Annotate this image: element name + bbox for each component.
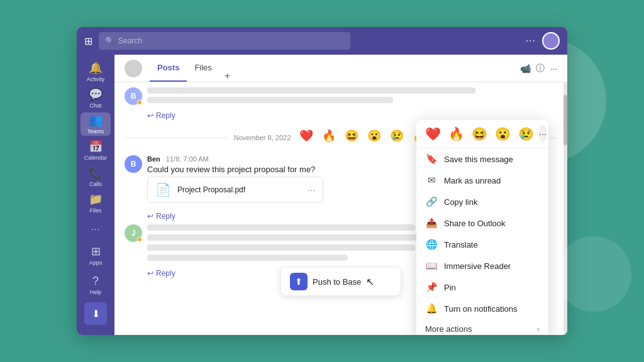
date-text: November 8, 2022 [234, 134, 291, 141]
chat-icon: 💬 [89, 87, 103, 101]
ctx-mark-unread-label: Mark as unread [444, 176, 501, 185]
scroll-thumb [564, 95, 567, 145]
avatar-j: J [125, 224, 142, 242]
skeleton-line [147, 87, 475, 94]
top-bar-right: ··· [526, 32, 560, 50]
push-to-base-tooltip[interactable]: ⬆ Push to Base ↖ [281, 268, 401, 295]
cursor-icon: ↖ [366, 276, 374, 288]
search-bar[interactable]: 🔍 Search [99, 32, 350, 50]
push-icon: ⬆ [290, 273, 308, 290]
info-icon[interactable]: ⓘ [536, 63, 545, 74]
ctx-item-more-actions[interactable]: More actions › [416, 319, 548, 335]
msg-time: 11/8, 7:00 AM [166, 155, 209, 163]
calls-icon: 📞 [89, 166, 103, 180]
status-indicator-j [137, 237, 142, 242]
add-tab-button[interactable]: + [219, 70, 235, 82]
emoji-sad[interactable]: 😢 [387, 128, 406, 144]
ctx-emoji-fire[interactable]: 🔥 [446, 125, 467, 143]
reply-label: Reply [156, 111, 175, 120]
tab-bar: Posts Files + [150, 55, 235, 82]
sidebar-item-chat[interactable]: 💬 Chat [80, 86, 111, 110]
ctx-emoji-sad[interactable]: 😢 [516, 125, 536, 143]
ctx-item-notifications[interactable]: 🔔 Turn on notifications [416, 298, 548, 319]
skeleton-line-j4 [147, 255, 348, 261]
ctx-item-share-outlook[interactable]: 📤 Share to Outlook [416, 212, 548, 234]
help-icon: ? [92, 275, 99, 288]
message-row: B [125, 87, 557, 106]
sidebar-item-calls[interactable]: 📞 Calls [80, 165, 111, 189]
ctx-emoji-wow[interactable]: 😮 [492, 125, 513, 143]
emoji-laugh[interactable]: 😆 [342, 128, 361, 144]
tab-files[interactable]: Files [187, 55, 219, 82]
msg-content-1 [147, 87, 557, 106]
main-layout: 🔔 Activity 💬 Chat 👥 Teams 📅 Calendar 📞 C… [77, 55, 567, 335]
file-more-button[interactable]: ··· [308, 185, 315, 195]
sidebar-item-calendar[interactable]: 📅 Calendar [80, 138, 111, 162]
ctx-item-immersive[interactable]: 📖 Immersive Reader [416, 255, 548, 277]
download-button[interactable]: ⬇ [84, 302, 107, 325]
pdf-icon: 📄 [155, 182, 171, 197]
search-placeholder: Search [118, 36, 142, 45]
reply-label-3: Reply [156, 269, 175, 278]
sidebar-item-calls-label: Calls [89, 181, 102, 187]
user-avatar[interactable] [542, 32, 560, 50]
file-attachment: 📄 Project Proposal.pdf ··· [147, 177, 323, 203]
sidebar-item-activity[interactable]: 🔔 Activity [80, 60, 111, 84]
ctx-pin-label: Pin [444, 283, 456, 292]
emoji-wow[interactable]: 😮 [365, 128, 384, 144]
sidebar-item-teams[interactable]: 👥 Teams [80, 112, 111, 136]
top-bar: ⊞ 🔍 Search ··· [77, 27, 567, 55]
ctx-more-emoji-button[interactable]: ··· [539, 125, 547, 143]
channel-more-icon[interactable]: ··· [550, 63, 557, 74]
status-indicator [137, 100, 142, 105]
app-window: ⊞ 🔍 Search ··· 🔔 Activity 💬 Chat 👥 Teams [77, 27, 567, 335]
push-arrow-icon: ⬆ [295, 277, 303, 287]
ctx-item-copy-link[interactable]: 🔗 Copy link [416, 191, 548, 212]
emoji-heart[interactable]: ❤️ [297, 128, 316, 144]
ctx-save-label: Save this message [444, 155, 513, 164]
translate-icon: 🌐 [425, 239, 438, 250]
ctx-emoji-heart[interactable]: ❤️ [423, 125, 443, 143]
ctx-more-actions-label: More actions [425, 324, 472, 334]
mark-unread-icon: ✉ [425, 175, 438, 186]
tab-posts[interactable]: Posts [150, 55, 187, 82]
immersive-icon: 📖 [425, 260, 438, 272]
channel-avatar [125, 60, 142, 77]
ctx-item-save[interactable]: 🔖 Save this message [416, 148, 548, 170]
save-icon: 🔖 [425, 153, 438, 165]
emoji-reaction-row: ❤️ 🔥 😆 😮 😢 ··· [416, 120, 548, 148]
sidebar-item-files[interactable]: 📁 Files [80, 191, 111, 215]
sidebar-item-more[interactable]: ··· [80, 217, 111, 241]
channel-header: Posts Files + 📹 ⓘ ··· [114, 55, 567, 82]
sidebar: 🔔 Activity 💬 Chat 👥 Teams 📅 Calendar 📞 C… [77, 55, 114, 335]
content-area: Posts Files + 📹 ⓘ ··· B [114, 55, 567, 335]
pin-icon: 📌 [425, 282, 438, 293]
ctx-item-mark-unread[interactable]: ✉ Mark as unread [416, 170, 548, 191]
avatar-b1: B [125, 87, 142, 105]
share-outlook-icon: 📤 [425, 217, 438, 229]
ctx-item-translate[interactable]: 🌐 Translate [416, 234, 548, 255]
notifications-icon: 🔔 [425, 303, 438, 314]
activity-icon: 🔔 [89, 61, 103, 75]
video-icon[interactable]: 📹 [520, 63, 531, 74]
ctx-item-pin[interactable]: 📌 Pin [416, 277, 548, 298]
more-options-button[interactable]: ··· [526, 35, 536, 47]
reply-link-1[interactable]: ↩ Reply [147, 111, 557, 120]
skeleton-line [147, 97, 393, 103]
search-icon: 🔍 [105, 36, 114, 45]
ctx-emoji-laugh[interactable]: 😆 [469, 125, 490, 143]
sidebar-item-apps-label: Apps [89, 260, 103, 266]
grid-icon[interactable]: ⊞ [84, 35, 92, 47]
context-menu: ❤️ 🔥 😆 😮 😢 ··· 🔖 Save this message ✉ [416, 120, 548, 335]
channel-header-right: 📹 ⓘ ··· [520, 63, 557, 74]
sender-name: Ben [147, 155, 160, 163]
sidebar-item-help[interactable]: ? Help [80, 270, 111, 300]
emoji-fire[interactable]: 🔥 [319, 128, 338, 144]
file-name: Project Proposal.pdf [177, 185, 245, 194]
sidebar-item-apps[interactable]: ⊞ Apps [80, 243, 111, 267]
ctx-share-outlook-label: Share to Outlook [444, 219, 506, 228]
ctx-copy-link-label: Copy link [444, 197, 477, 207]
messages-area[interactable]: B ↩ Reply November 8, 2022 ❤ [114, 82, 567, 335]
sidebar-bottom: ? Help ⬇ [80, 270, 111, 330]
apps-icon: ⊞ [91, 244, 101, 258]
